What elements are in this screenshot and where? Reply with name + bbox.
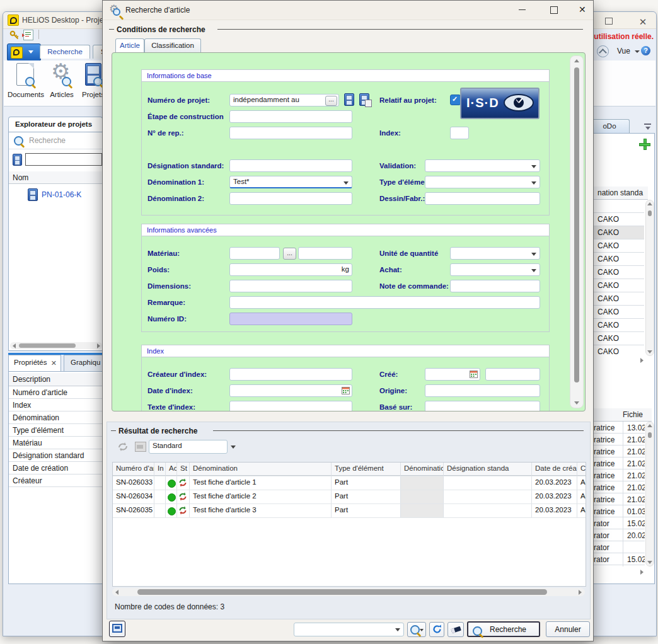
edit-list-icon[interactable] <box>23 30 33 40</box>
calendar-icon[interactable] <box>342 387 350 394</box>
purchase-dropdown[interactable] <box>450 263 540 276</box>
material-browse-button[interactable]: ... <box>283 248 296 260</box>
tab-classification[interactable]: Classification <box>144 38 201 52</box>
scroll-right-icon[interactable] <box>640 570 644 575</box>
dimensions-input[interactable] <box>229 280 352 292</box>
chevron-down-icon[interactable] <box>231 446 236 449</box>
dialog-layout-button[interactable] <box>109 621 125 637</box>
calendar-icon[interactable] <box>470 371 478 378</box>
remark-input[interactable] <box>229 296 540 309</box>
maximize-icon[interactable] <box>550 6 558 14</box>
property-row[interactable]: Type d'élément <box>9 424 103 437</box>
scroll-right-icon[interactable] <box>579 590 582 595</box>
order-note-input[interactable] <box>450 280 540 292</box>
fichie-date-cell[interactable] <box>623 541 645 553</box>
created-time-input[interactable] <box>485 368 540 381</box>
ribbon-button-articles[interactable]: ⚙ Articles <box>47 62 77 105</box>
splitter-handle[interactable] <box>336 416 361 420</box>
result-table-header[interactable]: Numéro d'artic In Ac St Dénomination Typ… <box>113 463 586 476</box>
denomination1-combo[interactable]: Test* <box>229 176 352 188</box>
index-date-input[interactable] <box>229 384 352 397</box>
ribbon-button-documents[interactable]: Documents <box>6 62 45 105</box>
standa-row[interactable]: CAKO <box>594 213 644 226</box>
property-row[interactable]: Dénomination <box>9 411 103 424</box>
fichie-date-cell[interactable]: 21.02.2 <box>623 493 645 505</box>
project-cabinet-icon[interactable] <box>344 93 354 106</box>
result-hscrollbar[interactable] <box>112 588 585 596</box>
standa-column-header[interactable]: nation standa <box>594 187 648 200</box>
cancel-button[interactable]: Annuler <box>546 621 590 637</box>
drawing-fabr-input[interactable] <box>425 192 540 205</box>
fichie-date-cell[interactable]: 20.02.2 <box>623 529 645 541</box>
fichie-user-cell[interactable]: ratrice <box>590 434 623 446</box>
standa-row[interactable]: CAKO <box>594 292 644 306</box>
fichie-date-cell[interactable]: 21.02.2 <box>623 469 645 481</box>
quantity-unit-dropdown[interactable] <box>450 247 540 260</box>
material-code-input[interactable] <box>229 247 280 260</box>
refresh-button[interactable] <box>429 622 444 637</box>
panel-menu-icon[interactable] <box>644 123 652 130</box>
property-row[interactable]: Index <box>9 399 103 411</box>
fichie-date-cell[interactable]: 21.02.2 <box>623 434 645 446</box>
standa-row-selected[interactable]: CAKO <box>594 226 644 239</box>
standa-row[interactable]: CAKO <box>594 253 644 266</box>
fichie-user-cell[interactable]: rator <box>590 529 623 541</box>
saved-search-dropdown[interactable] <box>294 623 404 636</box>
validation-dropdown[interactable] <box>425 159 540 172</box>
ribbon-tab-recherche[interactable]: Recherche <box>40 45 90 59</box>
project-filter-input[interactable] <box>25 153 102 166</box>
construction-stage-input[interactable] <box>229 110 352 123</box>
fichie-user-cell[interactable]: rator <box>590 553 623 565</box>
scroll-left-icon[interactable] <box>115 590 118 595</box>
close-icon[interactable]: ✕ <box>579 4 586 14</box>
fichie-user-cell[interactable]: ratrice <box>590 446 623 457</box>
property-row[interactable]: Créateur <box>9 474 103 487</box>
search-button[interactable]: Recherche <box>467 621 540 637</box>
properties-tab[interactable]: Propriétés ✕ <box>8 355 61 371</box>
explorer-column-header-nom[interactable]: Nom <box>9 171 105 184</box>
scroll-left-icon[interactable] <box>13 343 16 348</box>
tab-article[interactable]: Article <box>115 38 144 52</box>
origin-input[interactable] <box>425 384 540 397</box>
standa-row[interactable] <box>594 200 644 213</box>
minimize-icon[interactable] <box>519 9 526 10</box>
dialog-titlebar[interactable]: ⚙ Recherche d'article ✕ <box>103 1 593 20</box>
project-document-icon[interactable] <box>359 93 369 106</box>
property-row[interactable]: Numéro d'article <box>9 386 103 399</box>
relative-to-project-checkbox[interactable] <box>450 95 461 105</box>
result-row[interactable]: SN-026035 Test fiche d'article 3 Part 20… <box>113 504 586 518</box>
search-options-button[interactable] <box>407 622 426 637</box>
index-creator-input[interactable] <box>229 368 352 381</box>
scroll-right-icon[interactable] <box>97 343 100 348</box>
collapse-ribbon-icon[interactable] <box>597 45 609 57</box>
standa-row[interactable]: CAKO <box>594 345 644 355</box>
index-input[interactable] <box>450 127 469 139</box>
standard-designation-input[interactable] <box>229 159 352 172</box>
graphic-tab[interactable]: Graphiqu <box>64 355 104 371</box>
main-maximize-button[interactable] <box>599 16 618 28</box>
fichie-vscrollbar[interactable] <box>645 422 654 566</box>
standa-row[interactable]: CAKO <box>594 332 644 345</box>
fichie-user-cell[interactable]: ratrice <box>590 469 623 481</box>
property-row[interactable]: Matériau <box>9 437 103 449</box>
explorer-panel-tab[interactable]: Explorateur de projets <box>8 117 103 132</box>
todo-panel-tab[interactable]: oDo <box>589 119 630 133</box>
standa-row[interactable]: CAKO <box>594 279 644 292</box>
fichie-user-cell[interactable]: rator <box>590 517 623 529</box>
fichie-date-cell[interactable]: 15.02.2 <box>623 517 645 529</box>
clear-button[interactable] <box>447 622 464 637</box>
form-vscrollbar[interactable] <box>570 55 584 408</box>
close-icon[interactable]: ✕ <box>51 359 57 367</box>
fichie-user-cell[interactable]: ratrice <box>590 422 623 434</box>
save-profile-icon[interactable] <box>135 442 146 452</box>
explorer-search-box[interactable]: Recherche <box>9 132 105 149</box>
fichie-user-cell[interactable]: ratrice <box>590 505 623 517</box>
key-icon[interactable] <box>9 30 20 40</box>
property-row[interactable]: Date de création <box>9 462 103 474</box>
app-menu-button[interactable] <box>7 43 41 61</box>
add-icon[interactable] <box>639 139 650 150</box>
fichie-date-cell[interactable]: 13.02.2 <box>623 422 645 434</box>
based-on-input[interactable] <box>425 401 540 411</box>
explorer-hscrollbar[interactable] <box>10 342 102 349</box>
index-text-input[interactable] <box>229 401 352 411</box>
